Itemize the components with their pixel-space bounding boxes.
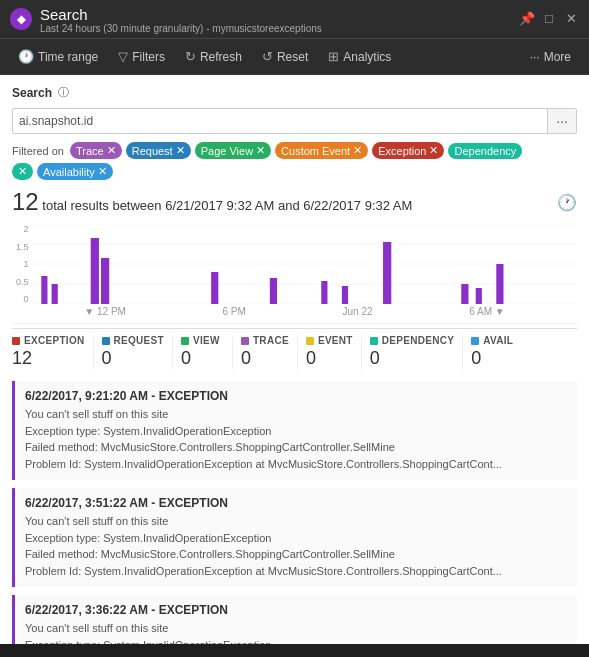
legend-view[interactable]: VIEW 0 bbox=[173, 335, 233, 369]
search-input-wrap: ··· bbox=[12, 108, 577, 134]
x-label-12pm: ▼ 12 PM bbox=[84, 306, 126, 317]
more-dots-icon: ··· bbox=[530, 50, 540, 64]
legend-event[interactable]: EVENT 0 bbox=[298, 335, 362, 369]
y-label-15: 1.5 bbox=[12, 242, 28, 252]
results-description: total results between 6/21/2017 9:32 AM … bbox=[42, 198, 412, 213]
result-item-3[interactable]: 6/22/2017, 3:36:22 AM - EXCEPTION You ca… bbox=[12, 595, 577, 644]
x-label-6am: 6 AM ▼ bbox=[469, 306, 504, 317]
reset-icon: ↺ bbox=[262, 49, 273, 64]
time-range-label: Time range bbox=[38, 50, 98, 64]
result-line3-2: Failed method: MvcMusicStore.Controllers… bbox=[25, 546, 567, 563]
time-range-button[interactable]: 🕐 Time range bbox=[10, 45, 106, 68]
filter-icon: ▽ bbox=[118, 49, 128, 64]
legend-exception[interactable]: EXCEPTION 12 bbox=[12, 335, 94, 369]
exception-count: 12 bbox=[12, 348, 32, 369]
filters-button[interactable]: ▽ Filters bbox=[110, 45, 173, 68]
result-line2-3: Exception type: System.InvalidOperationE… bbox=[25, 637, 567, 645]
maximize-button[interactable]: □ bbox=[541, 10, 557, 26]
svg-rect-6 bbox=[52, 284, 58, 304]
chip-avail-close[interactable]: ✕ bbox=[98, 165, 107, 178]
view-dot bbox=[181, 337, 189, 345]
reset-button[interactable]: ↺ Reset bbox=[254, 45, 316, 68]
event-count: 0 bbox=[306, 348, 316, 369]
chip-request-close[interactable]: ✕ bbox=[176, 144, 185, 157]
search-info-icon[interactable]: ⓘ bbox=[58, 85, 69, 100]
window-title: Search bbox=[40, 6, 322, 23]
chip-dep-close[interactable]: ✕ bbox=[18, 165, 27, 178]
chip-custom[interactable]: Custom Event ✕ bbox=[275, 142, 368, 159]
chip-pageview-close[interactable]: ✕ bbox=[256, 144, 265, 157]
window-controls: 📌 □ ✕ bbox=[519, 10, 579, 26]
results-count: 12 bbox=[12, 188, 39, 215]
y-label-05: 0.5 bbox=[12, 277, 28, 287]
title-text: Search Last 24 hours (30 minute granular… bbox=[40, 6, 322, 34]
chip-dependency-x[interactable]: ✕ bbox=[12, 163, 33, 180]
trace-dot bbox=[241, 337, 249, 345]
result-line1-1: You can't sell stuff on this site bbox=[25, 406, 567, 423]
result-line4-1: Problem Id: System.InvalidOperationExcep… bbox=[25, 456, 567, 473]
legend-request[interactable]: REQUEST 0 bbox=[94, 335, 173, 369]
request-dot bbox=[102, 337, 110, 345]
event-dot bbox=[306, 337, 314, 345]
result-header-2: 6/22/2017, 3:51:22 AM - EXCEPTION bbox=[25, 496, 567, 510]
clock-icon: 🕐 bbox=[18, 49, 34, 64]
analytics-label: Analytics bbox=[343, 50, 391, 64]
svg-rect-15 bbox=[476, 288, 482, 304]
svg-rect-10 bbox=[270, 278, 277, 304]
filter-row-2: ✕ Availability ✕ bbox=[12, 163, 577, 180]
legend-trace-label: TRACE bbox=[241, 335, 289, 346]
x-label-jun22: Jun 22 bbox=[343, 306, 373, 317]
pin-button[interactable]: 📌 bbox=[519, 10, 535, 26]
svg-rect-9 bbox=[212, 272, 219, 304]
chip-custom-close[interactable]: ✕ bbox=[353, 144, 362, 157]
result-item-2[interactable]: 6/22/2017, 3:51:22 AM - EXCEPTION You ca… bbox=[12, 488, 577, 587]
more-label: More bbox=[544, 50, 571, 64]
legend-view-label: VIEW bbox=[181, 335, 220, 346]
result-item-1[interactable]: 6/22/2017, 9:21:20 AM - EXCEPTION You ca… bbox=[12, 381, 577, 480]
legend-trace[interactable]: TRACE 0 bbox=[233, 335, 298, 369]
reset-label: Reset bbox=[277, 50, 308, 64]
result-line4-2: Problem Id: System.InvalidOperationExcep… bbox=[25, 563, 567, 580]
chip-trace-close[interactable]: ✕ bbox=[107, 144, 116, 157]
result-line2-2: Exception type: System.InvalidOperationE… bbox=[25, 530, 567, 547]
y-axis: 2 1.5 1 0.5 0 bbox=[12, 224, 31, 304]
chip-trace[interactable]: Trace ✕ bbox=[70, 142, 122, 159]
dep-dot bbox=[370, 337, 378, 345]
refresh-button[interactable]: ↻ Refresh bbox=[177, 45, 250, 68]
result-separator-3: - bbox=[151, 603, 158, 617]
y-label-0: 0 bbox=[12, 294, 28, 304]
legend-request-label: REQUEST bbox=[102, 335, 164, 346]
y-label-2: 2 bbox=[12, 224, 28, 234]
chip-exception[interactable]: Exception ✕ bbox=[372, 142, 444, 159]
view-count: 0 bbox=[181, 348, 191, 369]
close-button[interactable]: ✕ bbox=[563, 10, 579, 26]
svg-rect-12 bbox=[342, 286, 348, 304]
svg-rect-11 bbox=[322, 281, 328, 304]
result-line1-2: You can't sell stuff on this site bbox=[25, 513, 567, 530]
chip-pageview[interactable]: Page View ✕ bbox=[195, 142, 271, 159]
chart-with-axis: 2 1.5 1 0.5 0 bbox=[12, 224, 577, 304]
chip-request[interactable]: Request ✕ bbox=[126, 142, 191, 159]
chart-svg bbox=[31, 224, 577, 304]
chip-dependency[interactable]: Dependency bbox=[448, 143, 522, 159]
history-icon[interactable]: 🕐 bbox=[557, 193, 577, 212]
result-separator-1: - bbox=[151, 389, 158, 403]
chip-exception-close[interactable]: ✕ bbox=[429, 144, 438, 157]
results-summary: 12 total results between 6/21/2017 9:32 … bbox=[12, 188, 577, 216]
result-line1-3: You can't sell stuff on this site bbox=[25, 620, 567, 637]
title-bar-left: ◆ Search Last 24 hours (30 minute granul… bbox=[10, 6, 322, 34]
search-options-button[interactable]: ··· bbox=[547, 109, 576, 133]
avail-count: 0 bbox=[471, 348, 481, 369]
dep-count: 0 bbox=[370, 348, 380, 369]
legend-dependency[interactable]: DEPENDENCY 0 bbox=[362, 335, 463, 369]
svg-rect-13 bbox=[383, 242, 391, 304]
filters-label: Filters bbox=[132, 50, 165, 64]
search-input[interactable] bbox=[13, 110, 547, 132]
legend-avail[interactable]: AVAIL 0 bbox=[463, 335, 523, 369]
chip-availability[interactable]: Availability ✕ bbox=[37, 163, 113, 180]
svg-rect-8 bbox=[101, 258, 109, 304]
result-header-1: 6/22/2017, 9:21:20 AM - EXCEPTION bbox=[25, 389, 567, 403]
y-label-1: 1 bbox=[12, 259, 28, 269]
more-button[interactable]: ··· More bbox=[522, 46, 579, 68]
analytics-button[interactable]: ⊞ Analytics bbox=[320, 45, 399, 68]
